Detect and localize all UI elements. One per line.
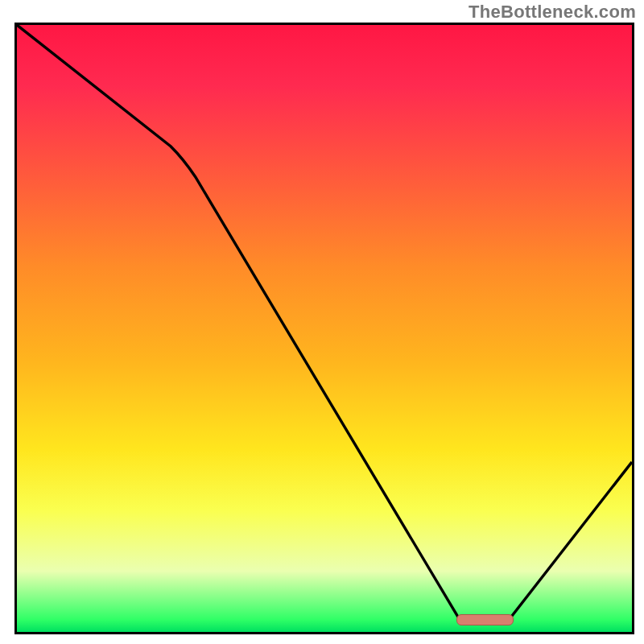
attribution-text: TheBottleneck.com <box>469 2 636 23</box>
curve-svg <box>17 25 632 632</box>
chart-container: { "attribution": "TheBottleneck.com", "c… <box>0 0 644 644</box>
bottleneck-curve <box>17 25 632 620</box>
optimum-marker <box>456 614 514 625</box>
plot-area <box>14 23 634 634</box>
